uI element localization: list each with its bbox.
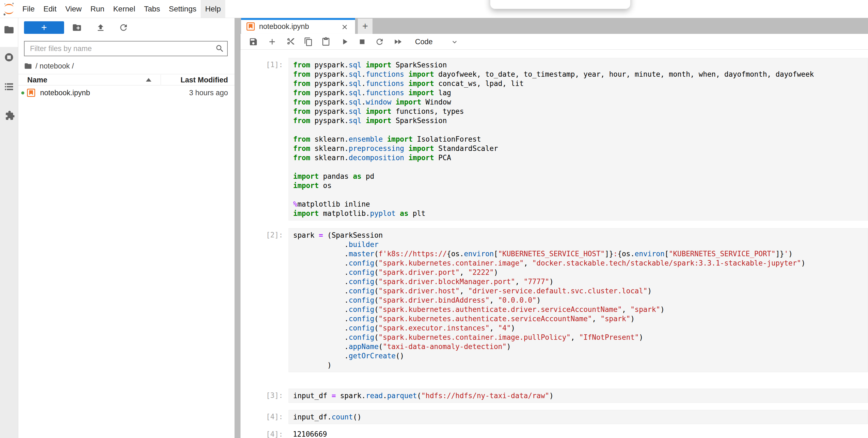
menu-help[interactable]: Help xyxy=(201,0,225,18)
new-tab-button[interactable]: + xyxy=(358,19,373,34)
cell-input-prompt: [3]: xyxy=(241,391,283,400)
file-modified-time: 3 hours ago xyxy=(189,89,228,97)
tab-notebook[interactable]: notebook.ipynb xyxy=(241,18,355,34)
menu-file[interactable]: File xyxy=(18,0,39,18)
cell-type-dropdown[interactable]: Code xyxy=(415,34,433,50)
menu-tabs[interactable]: Tabs xyxy=(140,0,164,18)
chevron-down-icon[interactable] xyxy=(451,38,459,46)
new-launcher-button[interactable]: + xyxy=(24,21,64,34)
breadcrumb[interactable]: / notebook / xyxy=(24,61,74,71)
refresh-icon[interactable] xyxy=(119,23,128,32)
code-cell-input[interactable]: spark = (SparkSession .builder .master(f… xyxy=(288,228,868,372)
cell-input-prompt: [1]: xyxy=(241,60,283,69)
file-name: notebook.ipynb xyxy=(40,89,90,97)
menu-kernel[interactable]: Kernel xyxy=(109,0,140,18)
browser-popup: github.com xyxy=(490,0,630,9)
menu-bar: File Edit View Run Kernel Tabs Settings … xyxy=(0,0,868,18)
code-cell-input[interactable]: input_df = spark.read.parquet("hdfs://hd… xyxy=(288,389,868,403)
menu-edit[interactable]: Edit xyxy=(39,0,61,18)
menu-run[interactable]: Run xyxy=(86,0,109,18)
notebook-content: [4]: 12106669 [1]:from pyspark.sql impor… xyxy=(241,50,868,438)
breadcrumb-path: / notebook / xyxy=(35,62,74,70)
restart-run-all-icon[interactable] xyxy=(393,37,403,47)
cell-input-prompt: [4]: xyxy=(241,412,283,421)
new-folder-icon[interactable] xyxy=(72,23,82,32)
column-header-modified[interactable]: Last Modified xyxy=(181,76,228,84)
close-tab-icon[interactable] xyxy=(341,23,348,31)
stop-kernel-icon[interactable] xyxy=(358,37,367,47)
restart-kernel-icon[interactable] xyxy=(375,37,384,47)
main-dock-panel: notebook.ipynb + xyxy=(241,18,868,438)
extensions-icon[interactable] xyxy=(4,110,14,120)
cell-output-text: 12106669 xyxy=(293,430,327,438)
file-browser-icon[interactable] xyxy=(4,24,14,35)
menu-settings[interactable]: Settings xyxy=(164,0,201,18)
search-icon xyxy=(215,44,224,53)
paste-cell-icon[interactable] xyxy=(321,37,331,47)
copy-cell-icon[interactable] xyxy=(304,37,313,47)
cell-output-prompt: [4]: xyxy=(241,430,283,438)
notebook-file-icon xyxy=(247,22,255,31)
add-cell-icon[interactable] xyxy=(268,37,277,47)
kernel-running-dot xyxy=(21,91,24,94)
panel-splitter[interactable] xyxy=(235,18,241,438)
cell-input-prompt: [2]: xyxy=(241,230,283,240)
running-kernels-icon[interactable] xyxy=(4,52,14,63)
file-list-header: Name Last Modified xyxy=(18,74,235,85)
save-icon[interactable] xyxy=(249,37,258,47)
filter-files-box xyxy=(24,41,228,56)
menu-view[interactable]: View xyxy=(61,0,86,18)
tab-bar: notebook.ipynb + xyxy=(241,18,868,34)
sort-ascending-icon xyxy=(146,78,151,82)
tab-label: notebook.ipynb xyxy=(259,22,309,31)
home-folder-icon xyxy=(24,62,32,70)
jupyter-logo-icon xyxy=(0,0,18,18)
code-cell-input[interactable]: from pyspark.sql import SparkSessionfrom… xyxy=(288,58,868,221)
table-of-contents-icon[interactable] xyxy=(4,81,14,92)
file-row[interactable]: notebook.ipynb 3 hours ago xyxy=(18,86,235,100)
notebook-toolbar: Code xyxy=(241,34,868,50)
cut-cell-icon[interactable] xyxy=(286,37,295,47)
upload-icon[interactable] xyxy=(96,23,105,32)
filter-files-input[interactable] xyxy=(25,41,227,56)
run-cell-icon[interactable] xyxy=(340,37,349,47)
file-browser-panel: + / notebook / Name Last Modified notebo… xyxy=(18,18,235,438)
notebook-file-icon xyxy=(27,89,35,97)
column-header-name[interactable]: Name xyxy=(27,76,48,84)
activity-bar xyxy=(0,18,18,438)
code-cell-input[interactable]: input_df.count() xyxy=(288,410,868,424)
